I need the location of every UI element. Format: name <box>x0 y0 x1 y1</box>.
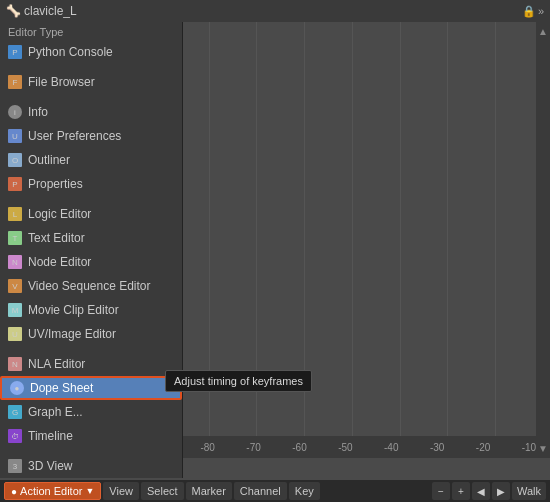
properties-icon: P <box>8 177 22 191</box>
logic-editor-label: Logic Editor <box>28 207 174 221</box>
ruler-num: -10 <box>522 442 536 453</box>
tooltip-text: Adjust timing of keyframes <box>174 375 303 387</box>
uv-label: UV/Image Editor <box>28 327 174 341</box>
menu-item-timeline[interactable]: ⏱ Timeline <box>0 424 182 448</box>
3d-view-label: 3D View <box>28 459 174 473</box>
zoom-in-icon[interactable]: + <box>452 482 470 500</box>
ruler: -80 -70 -60 -50 -40 -30 -20 -10 <box>183 436 536 458</box>
menu-item-info[interactable]: i Info <box>0 100 182 124</box>
right-scrollbar[interactable]: ▲ ▼ <box>536 22 550 458</box>
ruler-num: -20 <box>476 442 490 453</box>
editor-type-icon: ● <box>11 486 17 497</box>
node-editor-icon: N <box>8 255 22 269</box>
timeline-label: Timeline <box>28 429 174 443</box>
ruler-num: -60 <box>292 442 306 453</box>
dope-sheet-icon: ● <box>10 381 24 395</box>
bottom-bar: ● Action Editor ▼ View Select Marker Cha… <box>0 480 550 502</box>
user-preferences-icon: U <box>8 129 22 143</box>
nla-label: NLA Editor <box>28 357 174 371</box>
next-frame-icon[interactable]: ▶ <box>492 482 510 500</box>
outliner-icon: O <box>8 153 22 167</box>
prev-frame-icon[interactable]: ◀ <box>472 482 490 500</box>
lock-icon-area: 🔒 » <box>522 5 544 18</box>
menu-item-text-editor[interactable]: T Text Editor <box>0 226 182 250</box>
ruler-num: -30 <box>430 442 444 453</box>
menu-item-properties[interactable]: P Properties <box>0 172 182 196</box>
editor-type-button[interactable]: ● Action Editor ▼ <box>4 482 101 500</box>
menu-item-file-browser[interactable]: F File Browser <box>0 70 182 94</box>
text-editor-label: Text Editor <box>28 231 174 245</box>
file-browser-label: File Browser <box>28 75 174 89</box>
ruler-num: -70 <box>246 442 260 453</box>
dope-sheet-label: Dope Sheet <box>30 381 172 395</box>
main-area: 🦴 clavicle_L 🔒 » ▲ ▼ -80 -70 -60 -50 -40… <box>0 0 550 502</box>
info-label: Info <box>28 105 174 119</box>
ruler-num: -50 <box>338 442 352 453</box>
editor-type-label: Action Editor <box>20 485 82 497</box>
editor-type-menu: Editor Type P Python Console F File Brow… <box>0 22 183 478</box>
graph-editor-label: Graph E... <box>28 405 174 419</box>
menu-item-dope-sheet[interactable]: ● Dope Sheet <box>0 376 182 400</box>
menu-item-user-preferences[interactable]: U User Preferences <box>0 124 182 148</box>
vse-icon: V <box>8 279 22 293</box>
channel-button[interactable]: Channel <box>234 482 287 500</box>
walk-button[interactable]: Walk <box>512 482 546 500</box>
text-editor-icon: T <box>8 231 22 245</box>
timeline-icon: ⏱ <box>8 429 22 443</box>
arrow-icon: » <box>538 5 544 17</box>
python-console-label: Python Console <box>28 45 174 59</box>
lock-icon: 🔒 <box>522 5 536 18</box>
editor-type-dropdown-icon: ▼ <box>85 486 94 496</box>
zoom-out-icon[interactable]: − <box>432 482 450 500</box>
menu-item-movie-clip-editor[interactable]: M Movie Clip Editor <box>0 298 182 322</box>
menu-item-graph-editor[interactable]: G Graph E... <box>0 400 182 424</box>
view-button[interactable]: View <box>103 482 139 500</box>
menu-item-python-console[interactable]: P Python Console <box>0 40 182 64</box>
info-icon: i <box>8 105 22 119</box>
ruler-num: -40 <box>384 442 398 453</box>
ruler-num: -80 <box>200 442 214 453</box>
user-preferences-label: User Preferences <box>28 129 174 143</box>
menu-item-video-sequence-editor[interactable]: V Video Sequence Editor <box>0 274 182 298</box>
menu-item-3d-view[interactable]: 3 3D View <box>0 454 182 478</box>
mce-label: Movie Clip Editor <box>28 303 174 317</box>
menu-item-outliner[interactable]: O Outliner <box>0 148 182 172</box>
menu-item-nla-editor[interactable]: N NLA Editor <box>0 352 182 376</box>
menu-section-header: Editor Type <box>0 22 182 40</box>
select-button[interactable]: Select <box>141 482 184 500</box>
outliner-label: Outliner <box>28 153 174 167</box>
menu-item-uv-image-editor[interactable]: U UV/Image Editor <box>0 322 182 346</box>
mce-icon: M <box>8 303 22 317</box>
marker-button[interactable]: Marker <box>186 482 232 500</box>
3d-view-icon: 3 <box>8 459 22 473</box>
nla-icon: N <box>8 357 22 371</box>
node-editor-label: Node Editor <box>28 255 174 269</box>
menu-item-node-editor[interactable]: N Node Editor <box>0 250 182 274</box>
vse-label: Video Sequence Editor <box>28 279 174 293</box>
bone-name: clavicle_L <box>24 4 77 18</box>
uv-icon: U <box>8 327 22 341</box>
graph-editor-icon: G <box>8 405 22 419</box>
top-bar: 🦴 clavicle_L 🔒 » <box>0 0 550 22</box>
key-button[interactable]: Key <box>289 482 320 500</box>
menu-item-logic-editor[interactable]: L Logic Editor <box>0 202 182 226</box>
file-browser-icon: F <box>8 75 22 89</box>
timeline-grid <box>183 22 550 458</box>
python-console-icon: P <box>8 45 22 59</box>
logic-editor-icon: L <box>8 207 22 221</box>
bottom-right-controls: − + ◀ ▶ Walk <box>432 482 546 500</box>
properties-label: Properties <box>28 177 174 191</box>
tooltip: Adjust timing of keyframes <box>165 370 312 392</box>
bone-icon: 🦴 <box>6 4 20 18</box>
